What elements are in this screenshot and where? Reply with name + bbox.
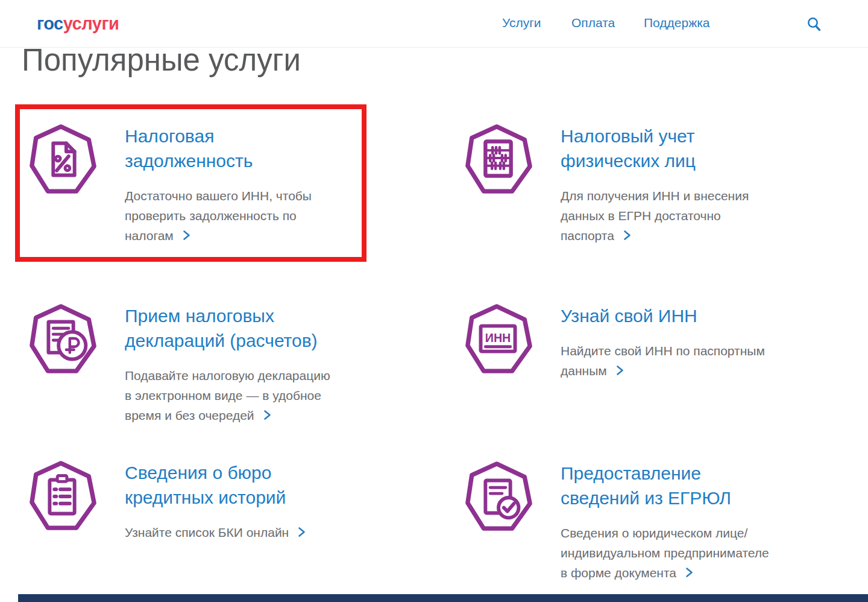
service-title-egrul[interactable]: Предоставление сведений из ЕГРЮЛ [561, 461, 809, 510]
service-description-credit-bureaus: Узнайте список БКИ онлайн [125, 525, 289, 539]
service-description-tax-declarations: Подавайте налоговую декларацию в электро… [125, 369, 330, 422]
service-description-tax-registration: Для получения ИНН и внесения данных в ЕГ… [561, 189, 749, 242]
chevron-right-icon[interactable] [685, 563, 694, 583]
service-card-find-inn[interactable]: ИНН Узнай свой ИНН Найдите свой ИНН по п… [463, 303, 809, 381]
service-title-tax-debt[interactable]: Налоговая задолженность [125, 124, 373, 173]
nav-link-services[interactable]: Услуги [502, 16, 541, 30]
service-title-find-inn[interactable]: Узнай свой ИНН [561, 303, 809, 328]
chevron-right-icon[interactable] [623, 226, 632, 246]
abacus-icon [463, 124, 534, 195]
search-icon[interactable] [807, 16, 822, 32]
service-description-find-inn: Найдите свой ИНН по паспортным данным [561, 344, 765, 378]
inn-badge-icon: ИНН [463, 303, 534, 375]
footer-strip [18, 594, 868, 602]
chevron-right-icon[interactable] [297, 523, 306, 543]
logo-text-red: услуги [63, 14, 119, 33]
service-card-tax-declarations[interactable]: Прием налоговых деклараций (расчетов) По… [27, 303, 373, 426]
clipboard-list-icon [27, 460, 98, 531]
header: госуслуги Услуги Оплата Поддержка [0, 0, 868, 48]
service-card-egrul[interactable]: Предоставление сведений из ЕГРЮЛ Сведени… [463, 461, 809, 583]
service-description-egrul: Сведения о юридическом лице/ индивидуаль… [561, 526, 769, 580]
service-description-tax-debt: Достаточно вашего ИНН, чтобы проверить з… [125, 189, 312, 242]
gosuslugi-logo[interactable]: госуслуги [37, 14, 119, 34]
chevron-right-icon[interactable] [263, 406, 272, 426]
service-card-tax-debt[interactable]: Налоговая задолженность Достаточно вашег… [27, 124, 373, 246]
service-title-tax-registration[interactable]: Налоговый учет физических лиц [561, 124, 809, 173]
service-card-tax-registration[interactable]: Налоговый учет физических лиц Для получе… [463, 124, 809, 246]
document-check-icon [463, 461, 534, 532]
service-card-credit-bureaus[interactable]: Сведения о бюро кредитных историй Узнайт… [27, 460, 373, 543]
service-title-credit-bureaus[interactable]: Сведения о бюро кредитных историй [125, 460, 373, 510]
inn-icon-label: ИНН [485, 331, 511, 344]
logo-text-blue: гос [37, 14, 63, 33]
chevron-right-icon[interactable] [182, 226, 191, 246]
nav-link-payment[interactable]: Оплата [571, 16, 615, 30]
document-ruble-icon [27, 303, 98, 375]
document-percent-icon [27, 124, 98, 195]
chevron-right-icon[interactable] [615, 361, 624, 381]
nav-link-support[interactable]: Поддержка [644, 16, 710, 30]
service-title-tax-declarations[interactable]: Прием налоговых деклараций (расчетов) [125, 303, 373, 353]
